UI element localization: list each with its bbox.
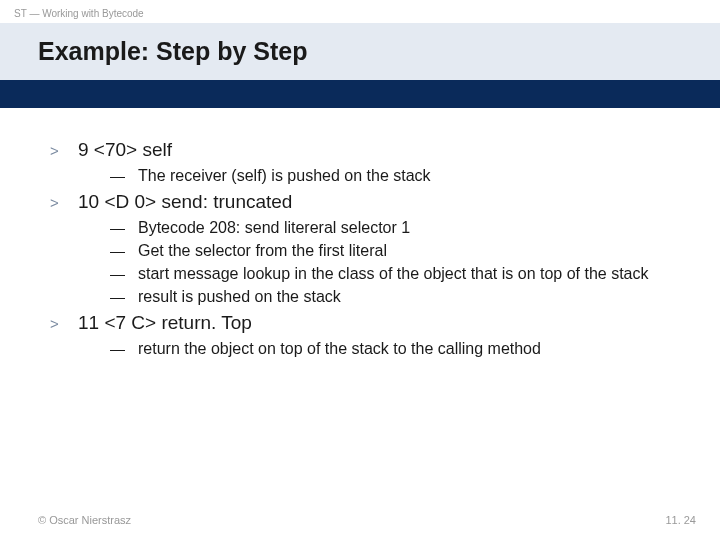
chevron-right-icon: > [50,314,78,334]
breadcrumb: ST — Working with Bytecode [0,0,720,23]
dash-icon: — [110,218,138,238]
footer: © Oscar Nierstrasz 11. 24 [38,514,696,526]
title-band: Example: Step by Step [0,23,720,80]
step-detail: The receiver (self) is pushed on the sta… [138,166,431,187]
dash-icon: — [110,166,138,186]
dash-icon: — [110,241,138,261]
step-block: > 10 <D 0> send: truncated — Bytecode 20… [50,190,670,307]
page-number: 11. 24 [665,514,696,526]
step-block: > 9 <70> self — The receiver (self) is p… [50,138,670,186]
step-title: 9 <70> self [78,138,172,163]
chevron-right-icon: > [50,141,78,161]
dash-icon: — [110,287,138,307]
step-detail: return the object on top of the stack to… [138,339,541,360]
step-block: > 11 <7 C> return. Top — return the obje… [50,311,670,359]
content: > 9 <70> self — The receiver (self) is p… [0,108,720,360]
copyright: © Oscar Nierstrasz [38,514,131,526]
dash-icon: — [110,264,138,284]
step-detail: result is pushed on the stack [138,287,341,308]
page-title: Example: Step by Step [38,37,706,66]
chevron-right-icon: > [50,193,78,213]
step-detail: start message lookup in the class of the… [138,264,649,285]
step-detail: Get the selector from the first literal [138,241,387,262]
dash-icon: — [110,339,138,359]
step-title: 11 <7 C> return. Top [78,311,252,336]
step-detail: Bytecode 208: send litereral selector 1 [138,218,410,239]
accent-bar [0,80,720,108]
step-title: 10 <D 0> send: truncated [78,190,292,215]
